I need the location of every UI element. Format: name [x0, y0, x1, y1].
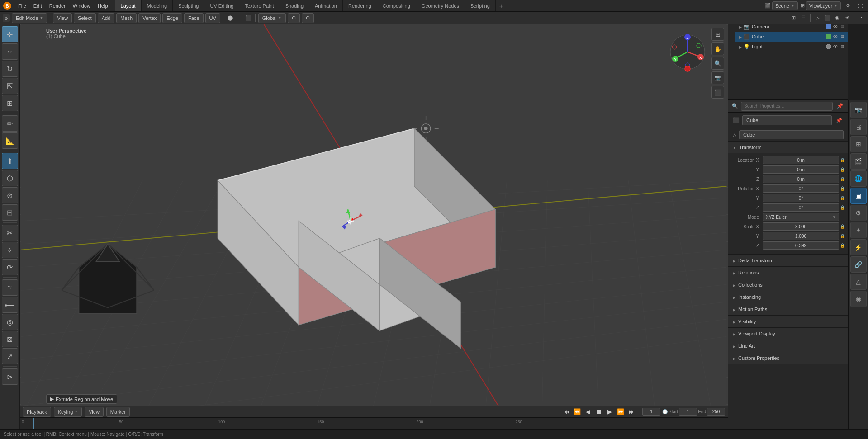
shrink-btn[interactable]: ◎	[2, 314, 18, 330]
face-mode-icon[interactable]: ⬛	[244, 14, 252, 22]
next-frame-btn[interactable]: ⏩	[616, 407, 625, 416]
cube-monitor-icon[interactable]: 🖥	[840, 34, 844, 39]
render-props-tab[interactable]: 📷	[850, 102, 867, 118]
edge-slide-btn[interactable]: ⟵	[2, 297, 18, 313]
tab-scripting[interactable]: Scripting	[465, 0, 496, 11]
location-z-field[interactable]: 0 m	[763, 175, 839, 183]
visibility-header[interactable]: Visibility	[728, 316, 848, 327]
play-reverse-btn[interactable]: ◀	[583, 407, 593, 416]
viewport-display-header[interactable]: Viewport Display	[728, 328, 848, 340]
scale-z-field[interactable]: 0.399	[763, 241, 839, 250]
tab-uv-editing[interactable]: UV Editing	[204, 0, 239, 11]
edge-menu[interactable]: Edge	[162, 13, 182, 23]
rotation-y-lock[interactable]: 🔒	[839, 195, 845, 201]
play-btn[interactable]: ▶	[605, 407, 614, 416]
loop-cut-btn[interactable]: ⊟	[2, 204, 18, 221]
scale-y-lock[interactable]: 🔒	[839, 233, 845, 239]
start-frame[interactable]: 1	[679, 408, 697, 416]
location-y-lock[interactable]: 🔒	[839, 166, 845, 173]
object-props-tab[interactable]: ▣	[850, 188, 867, 204]
extrude-tool-btn[interactable]: ⬆	[2, 153, 18, 169]
material-props-tab[interactable]: ◉	[850, 291, 867, 307]
smooth-btn[interactable]: ≈	[2, 279, 18, 296]
constraints-props-tab[interactable]: 🔗	[850, 256, 867, 273]
location-x-lock[interactable]: 🔒	[839, 157, 845, 163]
inset-tool-btn[interactable]: ⬡	[2, 170, 18, 186]
rotation-x-lock[interactable]: 🔒	[839, 185, 845, 192]
snapping-btn[interactable]: ⊕	[288, 13, 300, 23]
particles-props-tab[interactable]: ✦	[850, 222, 867, 238]
shear-btn[interactable]: ⊠	[2, 331, 18, 347]
vertex-menu[interactable]: Vertex	[138, 13, 161, 23]
rip-btn[interactable]: ⤢	[2, 348, 18, 364]
stop-btn[interactable]: ⏹	[594, 407, 603, 416]
modifier-props-tab[interactable]: ⚙	[850, 205, 867, 221]
scale-tool-btn[interactable]: ⇱	[2, 78, 18, 94]
wireframe-icon[interactable]: ▷	[813, 14, 821, 22]
tab-sculpting[interactable]: Sculpting	[173, 0, 204, 11]
motion-paths-header[interactable]: Motion Paths	[728, 303, 848, 315]
end-frame[interactable]: 250	[707, 408, 725, 416]
timeline-view-menu[interactable]: View	[85, 407, 104, 417]
tab-geometry-nodes[interactable]: Geometry Nodes	[416, 0, 465, 11]
overlay-icon[interactable]: ⊞	[789, 14, 797, 22]
rotation-z-lock[interactable]: 🔒	[839, 204, 845, 211]
location-z-lock[interactable]: 🔒	[839, 176, 845, 182]
knife-btn[interactable]: ✂	[2, 225, 18, 241]
playback-menu[interactable]: Playback	[23, 407, 51, 417]
light-monitor-icon[interactable]: 🖥	[840, 44, 844, 49]
tab-modeling[interactable]: Modeling	[142, 0, 173, 11]
vertex-mode-icon[interactable]: ⬤	[226, 14, 234, 22]
data-name-field[interactable]: Cube	[739, 130, 844, 139]
jump-end-btn[interactable]: ⏭	[627, 407, 636, 416]
scene-selector[interactable]: Scene ▼	[772, 1, 798, 10]
measure-tool-btn[interactable]: 📐	[2, 132, 18, 149]
keying-menu[interactable]: Keying ▼	[54, 407, 82, 417]
fullscreen-icon[interactable]: ⛶	[855, 1, 864, 10]
outliner-item-light[interactable]: 💡 Light 👁 🖥	[735, 42, 848, 52]
poly-build-btn[interactable]: ⟡	[2, 242, 18, 258]
camera-vis-icon[interactable]: 👁	[833, 24, 838, 29]
viewport-options[interactable]: ⋮	[857, 14, 865, 22]
location-x-field[interactable]: 0 m	[763, 156, 839, 164]
view-menu[interactable]: View	[53, 13, 72, 23]
prop-pin-btn[interactable]: 📌	[835, 116, 844, 125]
relations-header[interactable]: Relations	[728, 267, 848, 279]
tab-add[interactable]: +	[496, 0, 507, 11]
outliner-item-cube[interactable]: ⬛ Cube 👁 🖥	[735, 32, 848, 42]
jump-start-btn[interactable]: ⏮	[562, 407, 571, 416]
move-tool-btn[interactable]: ↔	[2, 43, 18, 60]
scene-props-tab[interactable]: 🎬	[850, 153, 867, 170]
tab-compositing[interactable]: Compositing	[377, 0, 416, 11]
viewport-hand-tool[interactable]: ✋	[711, 42, 724, 55]
face-menu[interactable]: Face	[184, 13, 203, 23]
custom-props-header[interactable]: Custom Properties	[728, 352, 848, 364]
data-props-tab[interactable]: △	[850, 274, 867, 290]
scale-y-field[interactable]: 1.000	[763, 232, 839, 240]
collections-header[interactable]: Collections	[728, 279, 848, 291]
edge-mode-icon[interactable]: —	[235, 14, 243, 22]
viewport-overlay-toggle[interactable]: ⊞	[711, 28, 724, 41]
rotation-y-field[interactable]: 0°	[763, 194, 839, 202]
camera-monitor-icon[interactable]: 🖥	[840, 24, 844, 29]
proportional-btn[interactable]: ⊙	[302, 13, 314, 23]
viewport-zoom[interactable]: 🔍	[711, 57, 724, 70]
delta-transform-header[interactable]: Delta Transform	[728, 255, 848, 266]
world-props-tab[interactable]: 🌐	[850, 170, 867, 187]
menu-render[interactable]: Render	[46, 0, 69, 11]
transform-header[interactable]: Transform	[728, 142, 848, 153]
mesh-menu[interactable]: Mesh	[116, 13, 137, 23]
edit-mode-dropdown[interactable]: Edit Mode ▼	[12, 13, 47, 23]
annotate-tool-btn[interactable]: ✏	[2, 115, 18, 132]
add-menu[interactable]: Add	[98, 13, 115, 23]
menu-window[interactable]: Window	[69, 0, 94, 11]
transform-tool-btn[interactable]: ⊞	[2, 95, 18, 111]
viewport-lock[interactable]: ⬛	[711, 86, 724, 99]
tab-animation[interactable]: Animation	[309, 0, 343, 11]
scale-x-lock[interactable]: 🔒	[839, 223, 845, 230]
viewport-camera-view[interactable]: 📷	[711, 71, 724, 84]
select-menu[interactable]: Select	[74, 13, 96, 23]
rotation-z-field[interactable]: 0°	[763, 203, 839, 212]
cube-vis-icon[interactable]: 👁	[833, 34, 838, 39]
scale-x-field[interactable]: 3.090	[763, 222, 839, 231]
